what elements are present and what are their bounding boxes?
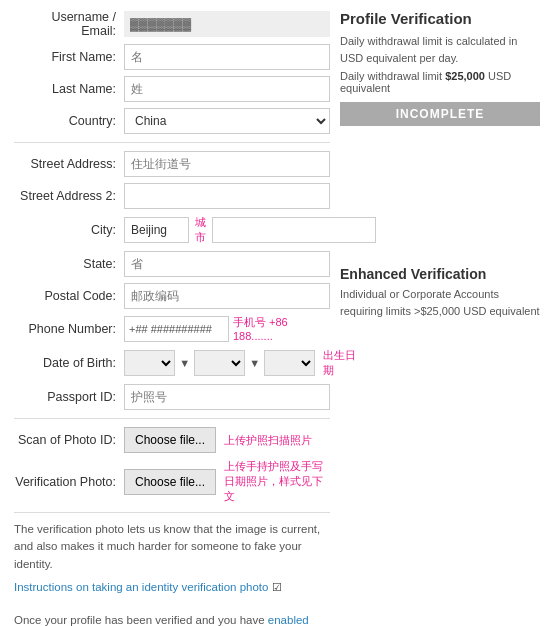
passport-input[interactable] (124, 384, 330, 410)
instructions-link[interactable]: Instructions on taking an identity verif… (14, 581, 268, 593)
dob-day-select[interactable] (124, 350, 175, 376)
passport-label: Passport ID: (14, 390, 124, 404)
city-label: City: (14, 223, 124, 237)
postal-input[interactable] (124, 283, 330, 309)
incomplete-badge: INCOMPLETE (340, 102, 540, 126)
separator-3 (14, 512, 330, 513)
first-name-input[interactable] (124, 44, 330, 70)
first-name-row: First Name: (14, 44, 330, 70)
bottom-section: Once your profile has been verified and … (0, 604, 554, 626)
scan-choose-button[interactable]: Choose file... (124, 427, 216, 453)
separator-2 (14, 418, 330, 419)
username-value: ▓▓▓▓▓▓▓ (124, 11, 330, 37)
pv-limit-text: Daily withdrawal limit (340, 70, 445, 82)
bottom-left: Once your profile has been verified and … (14, 612, 330, 626)
profile-verification-title: Profile Verification (340, 10, 540, 27)
street-address-row: Street Address: (14, 151, 330, 177)
phone-hint: 手机号 +86 188....... (233, 315, 330, 342)
street-address2-label: Street Address 2: (14, 189, 124, 203)
city-input[interactable] (124, 217, 189, 243)
dob-month-select[interactable] (194, 350, 245, 376)
dob-row: Date of Birth: ▼ ▼ 出生日期 (14, 348, 330, 378)
bottom-text1: Once your profile has been verified and … (14, 614, 268, 626)
street-address-input[interactable] (124, 151, 330, 177)
separator-1 (14, 142, 330, 143)
scan-hint: 上传护照扫描照片 (224, 433, 312, 448)
country-select[interactable]: China (124, 108, 330, 134)
last-name-row: Last Name: (14, 76, 330, 102)
phone-row: Phone Number: 手机号 +86 188....... (14, 315, 330, 342)
passport-row: Passport ID: (14, 384, 330, 410)
scan-label: Scan of Photo ID: (14, 433, 124, 447)
verification-photo-row: Verification Photo: Choose file... 上传手持护… (14, 459, 330, 504)
city-hint: 城市 (195, 215, 206, 245)
pv-limit-amount: $25,000 (445, 70, 485, 82)
photo-info-text: The verification photo lets us know that… (14, 521, 330, 573)
left-panel: Username / Email: ▓▓▓▓▓▓▓ First Name: La… (14, 10, 330, 594)
bottom-right (340, 612, 540, 626)
phone-input[interactable] (124, 316, 229, 342)
postal-row: Postal Code: (14, 283, 330, 309)
first-name-label: First Name: (14, 50, 124, 64)
enhanced-verification-title: Enhanced Verification (340, 266, 540, 282)
last-name-label: Last Name: (14, 82, 124, 96)
postal-label: Postal Code: (14, 289, 124, 303)
last-name-input[interactable] (124, 76, 330, 102)
state-input[interactable] (124, 251, 330, 277)
country-row: Country: China (14, 108, 330, 134)
street-address2-input[interactable] (124, 183, 330, 209)
phone-label: Phone Number: (14, 322, 124, 336)
city-row: City: 城市 (14, 215, 330, 245)
dob-label: Date of Birth: (14, 356, 124, 370)
enhanced-verification-desc: Individual or Corporate Accounts requiri… (340, 286, 540, 319)
state-label: State: (14, 257, 124, 271)
bottom-info-text: Once your profile has been verified and … (14, 612, 330, 626)
username-label: Username / Email: (14, 10, 124, 38)
username-row: Username / Email: ▓▓▓▓▓▓▓ (14, 10, 330, 38)
country-label: Country: (14, 114, 124, 128)
dob-year-select[interactable] (264, 350, 315, 376)
street-address2-row: Street Address 2: (14, 183, 330, 209)
right-panel: Profile Verification Daily withdrawal li… (340, 10, 540, 594)
verification-photo-label: Verification Photo: (14, 475, 124, 489)
street-address-label: Street Address: (14, 157, 124, 171)
scan-row: Scan of Photo ID: Choose file... 上传护照扫描照… (14, 427, 330, 453)
verification-photo-button[interactable]: Choose file... (124, 469, 216, 495)
pv-desc: Daily withdrawal limit is calculated in … (340, 33, 540, 66)
state-row: State: (14, 251, 330, 277)
verification-photo-hint: 上传手持护照及手写日期照片，样式见下文 (224, 459, 330, 504)
pv-limit: Daily withdrawal limit $25,000 USD equiv… (340, 70, 540, 94)
